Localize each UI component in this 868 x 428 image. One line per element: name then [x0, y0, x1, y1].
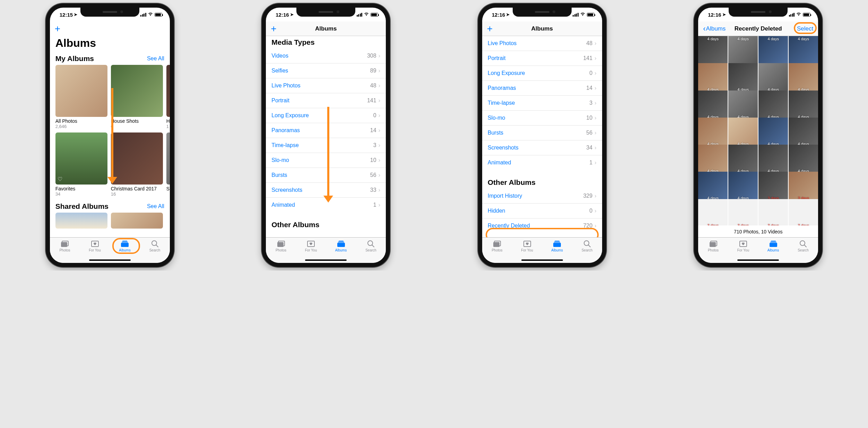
content-area: Media Types Videos308›Selfies89›Live Pho… — [266, 36, 386, 237]
photo-cell[interactable]: 4 days — [728, 63, 758, 93]
list-row-import-history[interactable]: Import History329› — [482, 189, 602, 204]
list-row-animated[interactable]: Animated1› — [482, 155, 602, 170]
photo-cell[interactable]: 4 days — [758, 91, 788, 120]
list-row-live-photos[interactable]: Live Photos48› — [482, 36, 602, 51]
tab-albums[interactable]: Albums — [542, 240, 572, 257]
tab-albums[interactable]: Albums — [758, 240, 788, 257]
list-row-selfies[interactable]: Selfies89› — [266, 63, 386, 78]
home-indicator[interactable] — [89, 259, 131, 261]
album-christmas[interactable]: Christmas Card 2017 16 — [111, 132, 163, 197]
list-row-panoramas[interactable]: Panoramas14› — [266, 123, 386, 138]
photo-grid[interactable]: 4 days4 days4 days4 days4 days4 days4 da… — [698, 36, 818, 225]
select-button[interactable]: Select — [797, 25, 813, 32]
tab-for-you[interactable]: For You — [728, 240, 758, 257]
shared-album-1[interactable] — [55, 213, 107, 229]
photo-cell[interactable]: 3 days — [758, 172, 788, 201]
photo-cell[interactable]: 4 days — [698, 145, 728, 174]
list-row-hidden[interactable]: Hidden0› — [482, 204, 602, 219]
photo-cell[interactable]: 4 days — [698, 63, 728, 93]
tab-for-you[interactable]: For You — [512, 240, 542, 257]
photos-icon — [277, 240, 286, 248]
home-indicator[interactable] — [305, 259, 347, 261]
tab-photos[interactable]: Photos — [698, 240, 728, 257]
tab-for-you[interactable]: For You — [296, 240, 326, 257]
album-thumb — [55, 65, 107, 117]
list-row-time-lapse[interactable]: Time-lapse3› — [482, 96, 602, 111]
list-row-live-photos[interactable]: Live Photos48› — [266, 78, 386, 93]
list-row-value: 720› — [583, 222, 596, 229]
photo-cell[interactable]: 3 days — [789, 172, 818, 201]
list-row-label: Panoramas — [488, 85, 516, 91]
shared-album-2[interactable] — [111, 213, 163, 229]
add-button[interactable]: + — [55, 24, 60, 34]
photo-cell[interactable]: 4 days — [698, 91, 728, 120]
list-row-portrait[interactable]: Portrait141› — [482, 51, 602, 66]
album-row-2: ♡ Favorites 34 Christmas Card 2017 16 S — [50, 132, 170, 197]
list-row-bursts[interactable]: Bursts56› — [266, 168, 386, 183]
photo-cell[interactable]: 3 days — [789, 199, 818, 225]
list-row-long-exposure[interactable]: Long Exposure0› — [482, 66, 602, 81]
home-indicator[interactable] — [521, 259, 563, 261]
album-all-photos[interactable]: All Photos 2,646 — [55, 65, 107, 129]
list-row-recently-deleted[interactable]: Recently Deleted720› — [482, 219, 602, 233]
album-partial-1[interactable]: H 1 — [166, 65, 170, 129]
list-row-screenshots[interactable]: Screenshots34› — [482, 140, 602, 155]
photo-cell[interactable]: 4 days — [789, 63, 818, 93]
photo-cell[interactable]: 4 days — [789, 91, 818, 120]
tab-search[interactable]: Search — [788, 240, 818, 257]
photo-cell[interactable]: 3 days — [728, 199, 758, 225]
photo-cell[interactable]: 4 days — [698, 118, 728, 147]
list-row-slo-mo[interactable]: Slo-mo10› — [482, 111, 602, 126]
back-button[interactable]: ‹ Albums — [703, 24, 726, 33]
list-row-screenshots[interactable]: Screenshots33› — [266, 183, 386, 198]
photo-cell[interactable]: 3 days — [698, 199, 728, 225]
photo-cell[interactable]: 4 days — [728, 145, 758, 174]
photo-cell[interactable]: 4 days — [728, 91, 758, 120]
album-partial-2[interactable]: S — [166, 132, 170, 197]
tab-photos[interactable]: Photos — [266, 240, 296, 257]
photo-cell[interactable]: 4 days — [728, 36, 758, 66]
list-row-animated[interactable]: Animated1› — [266, 198, 386, 212]
list-row-portrait[interactable]: Portrait141› — [266, 93, 386, 108]
grid-summary: 710 Photos, 10 Videos — [698, 225, 818, 237]
list-row-panoramas[interactable]: Panoramas14› — [482, 81, 602, 96]
list-row-videos[interactable]: Videos308› — [266, 49, 386, 63]
list-row-bursts[interactable]: Bursts56› — [482, 126, 602, 140]
tab-search[interactable]: Search — [140, 240, 170, 257]
list-row-slo-mo[interactable]: Slo-mo10› — [266, 153, 386, 168]
photo-cell[interactable]: 4 days — [758, 118, 788, 147]
photo-cell[interactable]: 4 days — [789, 145, 818, 174]
photo-cell[interactable]: 4 days — [758, 63, 788, 93]
tab-albums[interactable]: Albums — [326, 240, 356, 257]
photo-cell[interactable]: 4 days — [758, 145, 788, 174]
photo-cell[interactable]: 4 days — [698, 172, 728, 201]
tab-photos[interactable]: Photos — [50, 240, 80, 257]
photo-cell[interactable]: 4 days — [698, 36, 728, 66]
see-all-link[interactable]: See All — [147, 203, 164, 209]
add-button[interactable]: + — [271, 24, 276, 34]
tab-search[interactable]: Search — [356, 240, 386, 257]
photo-cell[interactable]: 4 days — [728, 118, 758, 147]
tab-for-you[interactable]: For You — [80, 240, 110, 257]
photo-cell[interactable]: 4 days — [758, 36, 788, 66]
photo-cell[interactable]: 4 days — [789, 118, 818, 147]
see-all-link[interactable]: See All — [147, 55, 164, 62]
home-indicator[interactable] — [737, 259, 779, 261]
chevron-right-icon: › — [594, 55, 597, 62]
photo-cell[interactable]: 4 days — [789, 36, 818, 66]
add-button[interactable]: + — [487, 24, 493, 34]
tab-albums[interactable]: Albums — [110, 240, 140, 257]
photo-cell[interactable]: 3 days — [758, 199, 788, 225]
list-row-time-lapse[interactable]: Time-lapse3› — [266, 138, 386, 153]
heart-icon — [90, 240, 99, 248]
tab-search[interactable]: Search — [572, 240, 602, 257]
albums-icon — [769, 240, 778, 248]
list-row-long-exposure[interactable]: Long Exposure0› — [266, 108, 386, 123]
tab-photos[interactable]: Photos — [482, 240, 512, 257]
album-favorites[interactable]: ♡ Favorites 34 — [55, 132, 107, 197]
nav-bar: ‹ Albums Recently Deleted Select — [698, 22, 818, 36]
days-remaining-label: 3 days — [760, 223, 787, 225]
photos-icon — [493, 240, 502, 248]
album-house-shots[interactable]: House Shots 6 — [111, 65, 163, 129]
photo-cell[interactable]: 4 days — [728, 172, 758, 201]
